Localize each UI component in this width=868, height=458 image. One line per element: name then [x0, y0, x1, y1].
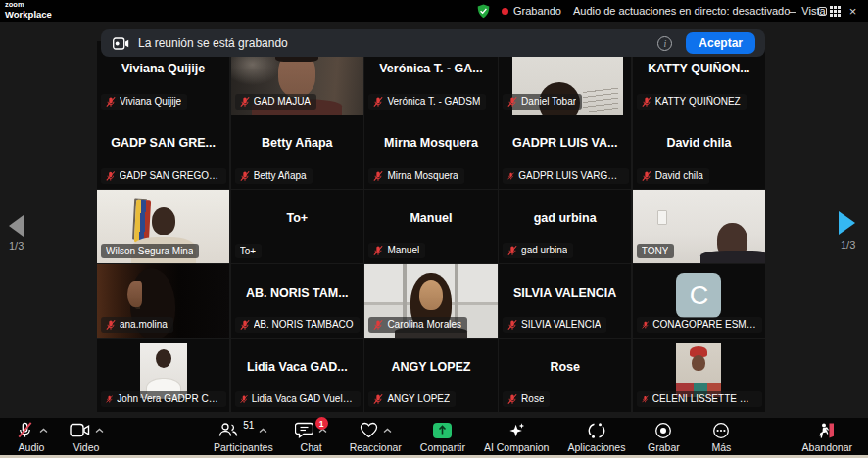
participant-tile[interactable]: Lidia Vaca GAD... Lidia Vaca GAD Vuelta …	[231, 339, 363, 412]
accept-button[interactable]: Aceptar	[686, 32, 755, 54]
share-label: Compartir	[420, 441, 465, 453]
participant-video	[140, 343, 187, 398]
chat-bubble-icon	[295, 422, 313, 438]
participant-name-label: Wilson Segura Mina	[106, 246, 193, 256]
record-icon	[654, 422, 672, 439]
mic-muted-icon	[373, 96, 383, 108]
video-options-caret[interactable]	[95, 428, 104, 434]
mic-muted-icon	[106, 393, 113, 405]
mic-muted-icon	[642, 96, 651, 108]
toolbar-right-group: Abandonar	[802, 421, 868, 453]
participant-nametag: Daniel Tobar	[503, 94, 582, 110]
participant-display-name: Rose	[499, 360, 631, 374]
camera-icon	[70, 423, 90, 437]
participant-nametag: CELENI LISSETTE QUINTERO ...	[637, 391, 762, 407]
chat-button[interactable]: 1 Chat	[292, 421, 331, 453]
participants-count: 51	[243, 420, 254, 431]
audio-button[interactable]: Audio	[12, 421, 51, 453]
participants-options-caret[interactable]	[259, 428, 267, 434]
next-page-arrow[interactable]	[839, 211, 855, 235]
react-options-caret[interactable]	[383, 428, 392, 434]
zoom-meeting-window: zoom Workplace Grabando Audio de actuaci…	[0, 0, 868, 458]
apps-label: Aplicaciones	[567, 441, 625, 453]
security-shield-icon[interactable]	[477, 4, 490, 19]
participant-nametag: CONAGOPARE ESMERALDAS	[637, 317, 762, 333]
ai-companion-button[interactable]: AI Companion	[484, 421, 550, 453]
participant-nametag: Wilson Segura Mina	[101, 244, 199, 258]
minimize-button[interactable]: –	[777, 0, 807, 22]
restore-icon	[818, 7, 827, 16]
participant-display-name: gad urbina	[499, 211, 631, 225]
recording-dot-icon	[502, 8, 508, 15]
participant-tile[interactable]: Manuel Manuel	[364, 190, 497, 263]
participant-tile[interactable]: GADP SAN GRE... GADP SAN GREGORIO	[97, 115, 229, 189]
participant-tile[interactable]: Rose Rose	[499, 339, 631, 412]
mic-muted-icon	[106, 319, 116, 331]
restore-button[interactable]	[807, 0, 838, 22]
participant-name-label: gad urbina	[521, 245, 567, 255]
ai-sparkle-icon	[507, 422, 526, 439]
toolbar-left-group: Audio Video	[0, 421, 214, 453]
participant-tile[interactable]: TONY	[633, 190, 765, 263]
leave-door-icon	[817, 422, 837, 439]
participant-name-label: Betty Añapa	[254, 170, 307, 181]
participant-tile[interactable]: Mirna Mosquera Mirna Mosquera	[364, 115, 497, 189]
apps-button[interactable]: Aplicaciones	[567, 421, 625, 453]
zoom-workplace-logo: zoom Workplace	[5, 1, 52, 19]
participant-tile[interactable]: SILVIA VALENCIA SILVIA VALENCIA	[499, 264, 631, 338]
participant-nametag: TONY	[637, 244, 675, 258]
participant-tile[interactable]: John Vera GADPR Carlos Con...	[97, 339, 229, 412]
participant-name-label: GADP SAN GREGORIO	[120, 170, 221, 181]
participant-name-label: ANGY LOPEZ	[387, 393, 450, 404]
mic-muted-icon	[373, 245, 383, 256]
participant-name-label: TONY	[642, 246, 669, 256]
video-button[interactable]: Video	[67, 421, 106, 453]
audio-options-caret[interactable]	[39, 428, 48, 434]
participant-name-label: CELENI LISSETTE QUINTERO ...	[652, 393, 756, 404]
info-icon[interactable]: i	[657, 36, 672, 51]
more-label: Más	[712, 441, 732, 453]
react-label: Reaccionar	[350, 441, 402, 453]
participant-tile[interactable]: Wilson Segura Mina	[97, 190, 229, 263]
chat-label: Chat	[301, 441, 322, 453]
participant-tile[interactable]: gad urbina gad urbina	[499, 190, 631, 263]
participant-name-label: David chila	[655, 170, 703, 181]
participant-tile[interactable]: CELENI LISSETTE QUINTERO ...	[633, 339, 765, 412]
participant-nametag: AB. NORIS TAMBACO	[235, 317, 360, 333]
record-button[interactable]: Grabar	[644, 421, 683, 453]
participant-tile[interactable]: AB. NORIS TAM... AB. NORIS TAMBACO	[231, 264, 363, 338]
participant-tile[interactable]: David chila David chila	[633, 115, 765, 189]
audio-label: Audio	[19, 441, 45, 453]
participant-tile[interactable]: Carolina Morales	[364, 264, 497, 338]
participant-display-name: Viviana Quijije	[97, 62, 229, 75]
mic-muted-icon	[373, 170, 383, 182]
recording-banner: La reunión se está grabando i Aceptar	[101, 29, 765, 57]
close-button[interactable]: ×	[838, 0, 868, 22]
leave-meeting-button[interactable]: Abandonar	[802, 421, 852, 453]
mic-muted-icon	[507, 170, 514, 182]
participant-tile[interactable]: ana.molina	[97, 264, 229, 338]
participant-tile[interactable]: To+ To+	[231, 190, 363, 263]
participant-display-name: GADP SAN GRE...	[97, 136, 229, 150]
share-button[interactable]: Compartir	[420, 421, 465, 453]
participant-display-name: Lidia Vaca GAD...	[231, 360, 363, 374]
meeting-toolbar: Audio Video	[0, 418, 868, 455]
participant-name-label: ana.molina	[120, 319, 168, 330]
participant-nametag: ANGY LOPEZ	[368, 391, 456, 407]
participant-nametag: Mirna Mosquera	[368, 168, 463, 184]
participant-nametag: David chila	[637, 168, 709, 184]
participant-tile[interactable]: GADPR LUIS VA... GADPR LUIS VARGAS TORRE…	[499, 115, 631, 189]
participant-name-label: Mirna Mosquera	[387, 170, 458, 181]
react-button[interactable]: Reaccionar	[350, 421, 402, 453]
participant-grid: Viviana Quijije Viviana Quijije	[97, 41, 765, 412]
participant-display-name: David chila	[633, 136, 765, 150]
participant-tile[interactable]: ANGY LOPEZ ANGY LOPEZ	[364, 339, 497, 412]
participant-nametag: Rose	[503, 391, 550, 407]
participant-nametag: gad urbina	[503, 243, 573, 258]
participant-nametag: Manuel	[368, 243, 425, 258]
participant-tile[interactable]: C CONAGOPARE ESMERALDAS	[633, 264, 765, 338]
more-button[interactable]: Más	[701, 421, 741, 453]
previous-page-arrow[interactable]	[9, 215, 24, 237]
participant-tile[interactable]: Betty Añapa Betty Añapa	[231, 115, 363, 189]
participants-button[interactable]: 51 Participantes	[214, 421, 273, 453]
